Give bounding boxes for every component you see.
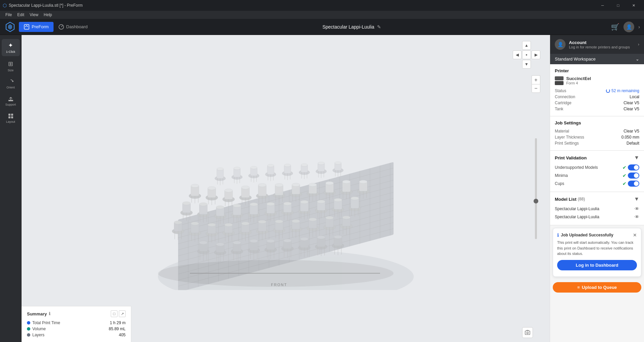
project-name-area: Spectacular Lappi-Luulia ✎ [92,24,611,30]
pan-right-button[interactable]: ▶ [532,50,540,59]
pan-left-button[interactable]: ◀ [513,50,521,59]
upload-queue-button[interactable]: ≡ Upload to Queue [553,282,641,293]
printer-cartridge-row: Cartridge Clear V5 [555,100,639,106]
account-chevron-icon[interactable]: › [638,42,639,47]
edit-icon[interactable]: ✎ [377,24,381,30]
upload-section: ≡ Upload to Queue [550,279,644,295]
account-header[interactable]: 👤 Account Log in for remote printers and… [550,35,644,54]
svg-point-60 [225,189,233,192]
zoom-in-button[interactable]: + [532,75,540,84]
svg-point-72 [258,183,266,187]
print-validation-title: Print Validation [555,155,587,160]
dashboard-icon [58,24,64,30]
svg-point-348 [158,260,394,287]
minimize-button[interactable]: ─ [595,0,610,11]
summary-expand-button[interactable]: ↗ [119,310,126,317]
printer-icon-stack [555,76,564,85]
minima-toggle[interactable] [628,173,639,179]
pan-center-button[interactable]: ● [522,50,531,59]
toast-info-icon: ℹ [557,232,559,238]
print-settings-row: Print Settings Default [555,140,639,146]
undersupported-toggle[interactable] [628,164,639,170]
menu-view[interactable]: View [27,12,41,18]
toast-body: This print will start automatically. You… [557,240,637,257]
svg-point-240 [342,216,350,219]
login-dashboard-button[interactable]: Log in to Dashboard [557,260,637,270]
vertical-slider[interactable] [535,138,537,239]
toast-close-button[interactable]: ✕ [633,232,637,238]
preform-label: PreForm [32,24,49,29]
model-visibility-0[interactable]: 👁 [635,206,639,212]
summary-row-print-time: Total Print Time 1 h 29 m [27,320,126,326]
model-list-collapse-icon[interactable]: ▼ [634,196,639,202]
svg-point-120 [199,202,207,206]
viewport[interactable]: ▲ ◀ ● ▶ ▼ + − [22,35,550,342]
sidebar-label-orient: Orient [6,86,15,89]
project-name: Spectacular Lappi-Luulia [323,24,374,30]
preform-tab[interactable]: PreForm [19,22,54,32]
material-row: Material Clear V5 [555,128,639,134]
pv-row-undersupported: Undersupported Models ✔ [555,163,639,172]
svg-rect-8 [8,114,10,116]
workspace-label: Standard Workspace [555,56,596,62]
dashboard-tab[interactable]: Dashboard [54,22,93,32]
cups-check-icon: ✔ [622,181,626,186]
workspace-selector[interactable]: Standard Workspace ⌄ [550,54,644,64]
svg-point-48 [191,184,199,187]
minima-controls: ✔ [622,173,639,179]
model-visibility-1[interactable]: 👁 [635,214,639,220]
toast-title-row: ℹ Job Uploaded Successfully [557,232,613,238]
sidebar-item-support[interactable]: Support [2,93,20,109]
model-list-item-1: Spectacular Lappi-Luulia 👁 [555,213,639,221]
nav-right: 🛒 👤 › [611,22,640,32]
zoom-out-button[interactable]: − [532,84,540,93]
undersupported-label: Undersupported Models [555,165,598,170]
svg-point-138 [250,202,258,206]
svg-marker-1 [8,24,12,30]
sidebar-item-orient[interactable]: Orient [2,76,20,92]
nav-expand-icon[interactable]: › [638,24,640,30]
menu-help[interactable]: Help [41,12,55,18]
pan-up-button[interactable]: ▲ [522,41,531,50]
screenshot-button[interactable] [522,327,533,338]
pan-down-button[interactable]: ▼ [522,60,531,69]
svg-point-258 [233,241,241,244]
dot-print-time [27,321,30,325]
cartridge-label: Cartridge [555,101,571,105]
svg-rect-4 [8,100,13,101]
maximize-button[interactable]: □ [610,0,626,11]
cups-controls: ✔ [622,181,639,187]
status-spinner [606,89,610,93]
svg-point-288 [317,235,325,239]
svg-rect-349 [525,331,530,335]
right-panel: 👤 Account Log in for remote printers and… [550,35,644,342]
sidebar-item-one-click[interactable]: ✦ 1-Click [2,39,20,56]
cups-toggle[interactable] [628,181,639,187]
app-icon: ⬡ [3,3,7,8]
close-button[interactable]: ✕ [626,0,641,11]
sidebar-item-layout[interactable]: Layout [2,110,20,126]
zoom-controls: + − [532,75,540,93]
dot-volume [27,327,30,331]
printer-header: SuccinctEel Form 4 [555,76,639,85]
summary-title-text: Summary ℹ [27,311,50,316]
printer-icon-bottom [555,81,564,85]
print-validation-collapse-icon[interactable]: ▼ [634,155,639,161]
cart-icon[interactable]: 🛒 [611,23,619,31]
menu-file[interactable]: File [3,12,14,18]
account-avatar: 👤 [555,39,566,50]
slider-thumb[interactable] [534,199,538,203]
job-settings-title: Job Settings [555,120,639,125]
orient-icon [8,79,14,85]
cartridge-value: Clear V5 [623,101,639,105]
svg-point-126 [216,205,224,209]
status-label: Status [555,88,566,93]
upload-label: Upload to Queue [582,285,617,290]
svg-point-234 [326,216,334,219]
summary-minimize-button[interactable]: □ [111,310,117,317]
material-value: Clear V5 [623,129,639,134]
account-area-nav[interactable]: 👤 [623,22,634,32]
svg-point-282 [300,237,308,240]
menu-edit[interactable]: Edit [14,12,27,18]
sidebar-item-size[interactable]: ⊞ Size [2,58,20,75]
